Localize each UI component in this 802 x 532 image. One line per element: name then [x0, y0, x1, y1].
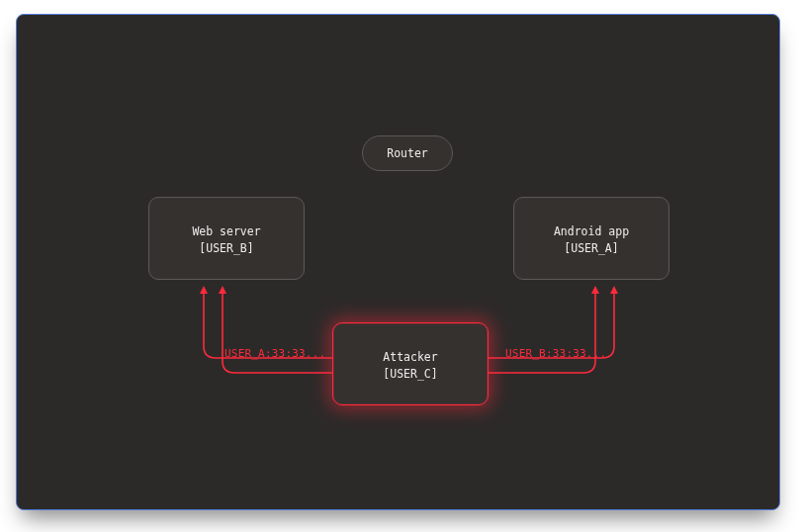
diagram-canvas: Router MAC:22:22… Web server [USER_B] MA… — [16, 14, 780, 510]
web-server-title: Web server — [159, 223, 294, 240]
android-app-identity: [USER_A] — [524, 240, 659, 257]
node-android-app: Android app [USER_A] — [513, 197, 669, 280]
arrow-attacker-to-android-app — [489, 288, 614, 373]
android-app-title: Android app — [524, 223, 659, 240]
spoof-label-to-android-app: USER_B:33:33... — [505, 347, 606, 360]
node-router: Router — [362, 135, 453, 171]
node-web-server: Web server [USER_B] — [148, 197, 305, 280]
router-label: Router — [387, 146, 428, 160]
attacker-identity: [USER_C] — [343, 366, 478, 383]
arrow-attacker-to-web-server — [204, 288, 332, 373]
node-attacker: Attacker [USER_C] — [332, 322, 489, 405]
spoof-label-to-web-server: USER_A:33:33... — [224, 347, 325, 360]
attacker-title: Attacker — [343, 349, 478, 366]
web-server-identity: [USER_B] — [159, 240, 294, 257]
